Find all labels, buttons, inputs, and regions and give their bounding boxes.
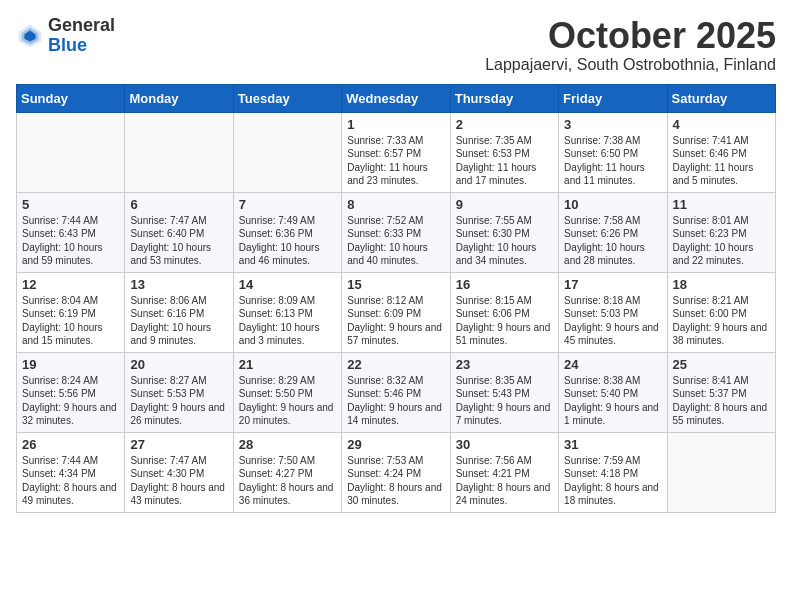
- calendar-cell: 1Sunrise: 7:33 AM Sunset: 6:57 PM Daylig…: [342, 112, 450, 192]
- weekday-header-saturday: Saturday: [667, 84, 775, 112]
- day-number: 12: [22, 277, 119, 292]
- logo-icon: [16, 22, 44, 50]
- day-info: Sunrise: 7:52 AM Sunset: 6:33 PM Dayligh…: [347, 214, 444, 268]
- calendar-cell: 28Sunrise: 7:50 AM Sunset: 4:27 PM Dayli…: [233, 432, 341, 512]
- day-number: 16: [456, 277, 553, 292]
- day-info: Sunrise: 7:59 AM Sunset: 4:18 PM Dayligh…: [564, 454, 661, 508]
- day-number: 5: [22, 197, 119, 212]
- day-info: Sunrise: 8:38 AM Sunset: 5:40 PM Dayligh…: [564, 374, 661, 428]
- calendar-cell: 6Sunrise: 7:47 AM Sunset: 6:40 PM Daylig…: [125, 192, 233, 272]
- day-info: Sunrise: 7:53 AM Sunset: 4:24 PM Dayligh…: [347, 454, 444, 508]
- calendar-cell: 22Sunrise: 8:32 AM Sunset: 5:46 PM Dayli…: [342, 352, 450, 432]
- day-number: 3: [564, 117, 661, 132]
- calendar-cell: 23Sunrise: 8:35 AM Sunset: 5:43 PM Dayli…: [450, 352, 558, 432]
- day-info: Sunrise: 7:44 AM Sunset: 6:43 PM Dayligh…: [22, 214, 119, 268]
- day-number: 27: [130, 437, 227, 452]
- calendar-cell: 11Sunrise: 8:01 AM Sunset: 6:23 PM Dayli…: [667, 192, 775, 272]
- day-info: Sunrise: 7:49 AM Sunset: 6:36 PM Dayligh…: [239, 214, 336, 268]
- day-number: 9: [456, 197, 553, 212]
- day-number: 23: [456, 357, 553, 372]
- day-info: Sunrise: 8:15 AM Sunset: 6:06 PM Dayligh…: [456, 294, 553, 348]
- day-number: 4: [673, 117, 770, 132]
- calendar-cell: 29Sunrise: 7:53 AM Sunset: 4:24 PM Dayli…: [342, 432, 450, 512]
- day-number: 14: [239, 277, 336, 292]
- day-info: Sunrise: 7:41 AM Sunset: 6:46 PM Dayligh…: [673, 134, 770, 188]
- day-info: Sunrise: 7:35 AM Sunset: 6:53 PM Dayligh…: [456, 134, 553, 188]
- calendar-cell: 3Sunrise: 7:38 AM Sunset: 6:50 PM Daylig…: [559, 112, 667, 192]
- calendar-cell: 21Sunrise: 8:29 AM Sunset: 5:50 PM Dayli…: [233, 352, 341, 432]
- calendar-week-3: 12Sunrise: 8:04 AM Sunset: 6:19 PM Dayli…: [17, 272, 776, 352]
- day-number: 10: [564, 197, 661, 212]
- calendar-cell: 25Sunrise: 8:41 AM Sunset: 5:37 PM Dayli…: [667, 352, 775, 432]
- day-number: 1: [347, 117, 444, 132]
- day-info: Sunrise: 7:38 AM Sunset: 6:50 PM Dayligh…: [564, 134, 661, 188]
- day-number: 7: [239, 197, 336, 212]
- calendar-cell: 13Sunrise: 8:06 AM Sunset: 6:16 PM Dayli…: [125, 272, 233, 352]
- day-info: Sunrise: 7:33 AM Sunset: 6:57 PM Dayligh…: [347, 134, 444, 188]
- calendar-cell: 10Sunrise: 7:58 AM Sunset: 6:26 PM Dayli…: [559, 192, 667, 272]
- calendar-cell: 24Sunrise: 8:38 AM Sunset: 5:40 PM Dayli…: [559, 352, 667, 432]
- day-number: 15: [347, 277, 444, 292]
- day-number: 31: [564, 437, 661, 452]
- day-info: Sunrise: 7:55 AM Sunset: 6:30 PM Dayligh…: [456, 214, 553, 268]
- day-info: Sunrise: 8:06 AM Sunset: 6:16 PM Dayligh…: [130, 294, 227, 348]
- day-info: Sunrise: 8:32 AM Sunset: 5:46 PM Dayligh…: [347, 374, 444, 428]
- calendar-cell: 27Sunrise: 7:47 AM Sunset: 4:30 PM Dayli…: [125, 432, 233, 512]
- day-number: 17: [564, 277, 661, 292]
- calendar-week-1: 1Sunrise: 7:33 AM Sunset: 6:57 PM Daylig…: [17, 112, 776, 192]
- calendar-cell: [125, 112, 233, 192]
- calendar-cell: [667, 432, 775, 512]
- calendar-cell: 26Sunrise: 7:44 AM Sunset: 4:34 PM Dayli…: [17, 432, 125, 512]
- day-number: 25: [673, 357, 770, 372]
- calendar-cell: 17Sunrise: 8:18 AM Sunset: 5:03 PM Dayli…: [559, 272, 667, 352]
- calendar-cell: 30Sunrise: 7:56 AM Sunset: 4:21 PM Dayli…: [450, 432, 558, 512]
- calendar-cell: 31Sunrise: 7:59 AM Sunset: 4:18 PM Dayli…: [559, 432, 667, 512]
- page-header: General Blue October 2025 Lappajaervi, S…: [16, 16, 776, 74]
- day-info: Sunrise: 7:50 AM Sunset: 4:27 PM Dayligh…: [239, 454, 336, 508]
- title-block: October 2025 Lappajaervi, South Ostrobot…: [485, 16, 776, 74]
- calendar-cell: 18Sunrise: 8:21 AM Sunset: 6:00 PM Dayli…: [667, 272, 775, 352]
- calendar-cell: 5Sunrise: 7:44 AM Sunset: 6:43 PM Daylig…: [17, 192, 125, 272]
- day-number: 26: [22, 437, 119, 452]
- day-info: Sunrise: 8:04 AM Sunset: 6:19 PM Dayligh…: [22, 294, 119, 348]
- calendar: SundayMondayTuesdayWednesdayThursdayFrid…: [16, 84, 776, 513]
- calendar-week-4: 19Sunrise: 8:24 AM Sunset: 5:56 PM Dayli…: [17, 352, 776, 432]
- logo: General Blue: [16, 16, 115, 56]
- calendar-cell: 20Sunrise: 8:27 AM Sunset: 5:53 PM Dayli…: [125, 352, 233, 432]
- calendar-cell: 4Sunrise: 7:41 AM Sunset: 6:46 PM Daylig…: [667, 112, 775, 192]
- calendar-cell: 19Sunrise: 8:24 AM Sunset: 5:56 PM Dayli…: [17, 352, 125, 432]
- day-number: 22: [347, 357, 444, 372]
- day-info: Sunrise: 7:47 AM Sunset: 6:40 PM Dayligh…: [130, 214, 227, 268]
- day-number: 11: [673, 197, 770, 212]
- calendar-cell: 12Sunrise: 8:04 AM Sunset: 6:19 PM Dayli…: [17, 272, 125, 352]
- weekday-header-tuesday: Tuesday: [233, 84, 341, 112]
- day-number: 8: [347, 197, 444, 212]
- day-info: Sunrise: 7:44 AM Sunset: 4:34 PM Dayligh…: [22, 454, 119, 508]
- day-number: 28: [239, 437, 336, 452]
- day-number: 20: [130, 357, 227, 372]
- calendar-week-5: 26Sunrise: 7:44 AM Sunset: 4:34 PM Dayli…: [17, 432, 776, 512]
- calendar-cell: 9Sunrise: 7:55 AM Sunset: 6:30 PM Daylig…: [450, 192, 558, 272]
- logo-text: General Blue: [48, 16, 115, 56]
- calendar-cell: 2Sunrise: 7:35 AM Sunset: 6:53 PM Daylig…: [450, 112, 558, 192]
- day-number: 13: [130, 277, 227, 292]
- weekday-header-thursday: Thursday: [450, 84, 558, 112]
- weekday-header-wednesday: Wednesday: [342, 84, 450, 112]
- weekday-header-friday: Friday: [559, 84, 667, 112]
- calendar-cell: [17, 112, 125, 192]
- day-number: 24: [564, 357, 661, 372]
- calendar-cell: 15Sunrise: 8:12 AM Sunset: 6:09 PM Dayli…: [342, 272, 450, 352]
- day-info: Sunrise: 8:01 AM Sunset: 6:23 PM Dayligh…: [673, 214, 770, 268]
- calendar-cell: 16Sunrise: 8:15 AM Sunset: 6:06 PM Dayli…: [450, 272, 558, 352]
- day-number: 30: [456, 437, 553, 452]
- day-number: 6: [130, 197, 227, 212]
- location-title: Lappajaervi, South Ostrobothnia, Finland: [485, 56, 776, 74]
- day-info: Sunrise: 7:47 AM Sunset: 4:30 PM Dayligh…: [130, 454, 227, 508]
- calendar-cell: 7Sunrise: 7:49 AM Sunset: 6:36 PM Daylig…: [233, 192, 341, 272]
- month-title: October 2025: [485, 16, 776, 56]
- day-number: 21: [239, 357, 336, 372]
- day-info: Sunrise: 8:18 AM Sunset: 5:03 PM Dayligh…: [564, 294, 661, 348]
- day-info: Sunrise: 8:29 AM Sunset: 5:50 PM Dayligh…: [239, 374, 336, 428]
- day-info: Sunrise: 7:58 AM Sunset: 6:26 PM Dayligh…: [564, 214, 661, 268]
- day-info: Sunrise: 8:24 AM Sunset: 5:56 PM Dayligh…: [22, 374, 119, 428]
